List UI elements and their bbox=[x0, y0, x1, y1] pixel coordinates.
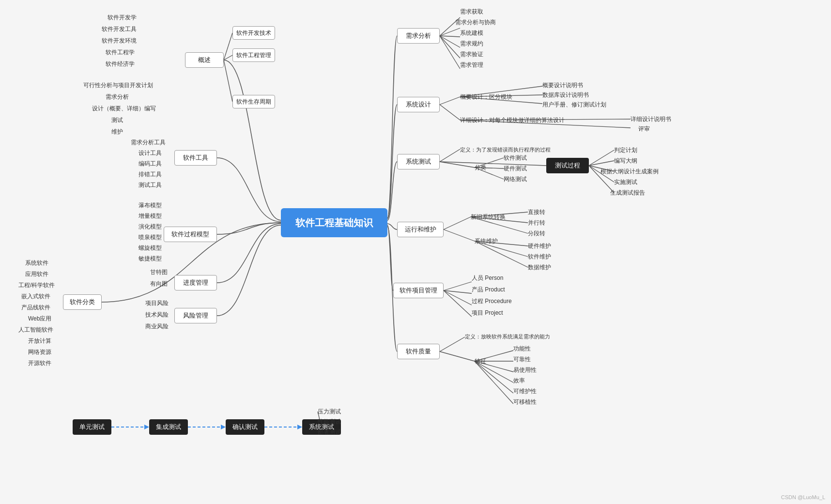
zhiliang-sub3: 易使用性 bbox=[513, 366, 537, 374]
xitong-sheji-label: 系统设计 bbox=[406, 100, 431, 109]
yunxing-node: 运行和维护 bbox=[397, 222, 444, 237]
fenlei-label: 软件分类 bbox=[70, 298, 95, 306]
fenlei-c7: 人工智能软件 bbox=[18, 326, 53, 334]
guocheng-c5: 螺旋模型 bbox=[138, 244, 162, 252]
xitong-ceshi-label: 系统测试 bbox=[406, 157, 431, 166]
jindu-c1: 甘特图 bbox=[150, 268, 168, 276]
fengxian-node: 风险管理 bbox=[174, 308, 217, 323]
svg-marker-48 bbox=[144, 425, 149, 429]
gaishu-c5: 软件经济学 bbox=[106, 60, 135, 68]
guocheng-node: 软件过程模型 bbox=[164, 227, 217, 242]
flow-sub1: 压力测试 bbox=[318, 408, 341, 416]
gaishu-c4: 软件工程学 bbox=[106, 48, 135, 57]
svg-line-27 bbox=[444, 217, 471, 229]
yunxing-c2: 系统维护 bbox=[475, 237, 498, 245]
svg-line-46 bbox=[475, 361, 513, 404]
svg-line-2 bbox=[224, 60, 232, 102]
gaishu-c2: 软件开发工具 bbox=[102, 25, 137, 33]
fenlei-node: 软件分类 bbox=[63, 294, 102, 310]
jindu-c2: 有向图 bbox=[150, 280, 168, 288]
xitong-ceshi-c1: 定义：为了发现错误而执行程序的过程 bbox=[460, 146, 551, 153]
svg-line-5 bbox=[440, 36, 460, 37]
xuqiu-label: 需求分析 bbox=[406, 31, 431, 40]
flow-sub3: 部署测试 bbox=[318, 428, 341, 436]
svg-line-10 bbox=[440, 105, 460, 120]
yunxing-label: 运行和维护 bbox=[405, 225, 436, 234]
fengxian-label: 风险管理 bbox=[183, 311, 208, 320]
ceshi-guocheng-node: 测试过程 bbox=[546, 158, 589, 173]
xiangmu-c4: 项目 Project bbox=[472, 309, 503, 317]
svg-line-40 bbox=[440, 351, 475, 361]
fengxian-c1: 项目风险 bbox=[145, 299, 169, 307]
xitong-sheji-sub1c: 用户手册、修订测试计划 bbox=[542, 101, 606, 109]
svg-line-28 bbox=[444, 229, 475, 241]
fenlei-c10: 开源软件 bbox=[28, 359, 51, 367]
xitong-sheji-c2: 详细设计：对每个模块做详细的算法设计 bbox=[460, 116, 565, 124]
watermark: CSDN @LuoMu_L bbox=[781, 494, 825, 500]
fenlei-c3: 工程/科学软件 bbox=[18, 281, 55, 290]
gaishu-label: 概述 bbox=[198, 56, 211, 64]
zhiliang-label: 软件质量 bbox=[406, 347, 431, 356]
svg-line-39 bbox=[440, 337, 465, 351]
zhiliang-sub4: 效率 bbox=[513, 377, 525, 385]
svg-line-45 bbox=[475, 361, 513, 393]
gongju-c1: 需求分析工具 bbox=[131, 138, 166, 147]
guocheng-c1: 瀑布模型 bbox=[138, 201, 162, 210]
zhiliang-sub6: 可移植性 bbox=[513, 398, 537, 406]
gaishu-c1: 软件开发学 bbox=[108, 14, 137, 22]
fengxian-c3: 商业风险 bbox=[145, 322, 169, 331]
guocheng-label: 软件过程模型 bbox=[171, 230, 209, 239]
ceshi-guo-c5: 生成测试报告 bbox=[610, 189, 645, 197]
xitong-ceshi-sub2: 硬件测试 bbox=[504, 165, 527, 173]
xitong-sheji-sub1a: 概要设计说明书 bbox=[542, 81, 583, 90]
zhiliang-sub2: 可靠性 bbox=[513, 355, 531, 364]
svg-marker-52 bbox=[297, 425, 302, 429]
xuqiu-c3: 系统建模 bbox=[460, 29, 483, 37]
svg-line-7 bbox=[440, 36, 460, 58]
svg-line-6 bbox=[440, 36, 460, 47]
flow-3: 确认测试 bbox=[226, 419, 264, 435]
ceshi-guo-c1: 判定计划 bbox=[614, 146, 637, 154]
xiangmu-node: 软件项目管理 bbox=[393, 283, 444, 298]
gaishu-c6: 可行性分析与项目开发计划 bbox=[83, 81, 153, 90]
gongju-node: 软件工具 bbox=[174, 150, 217, 166]
zhiliang-c2: 特征 bbox=[475, 357, 486, 366]
svg-line-38 bbox=[444, 290, 472, 317]
flow-sub2: 性能测试 bbox=[318, 418, 341, 426]
gaishu-sub3: 软件生存周期 bbox=[232, 95, 275, 108]
svg-line-16 bbox=[440, 149, 460, 162]
xuqiu-c4: 需求规约 bbox=[460, 40, 483, 48]
xiangmu-label: 软件项目管理 bbox=[400, 286, 437, 295]
xiangmu-c3: 过程 Procedure bbox=[472, 297, 512, 305]
yunxing-sub2c: 数据维护 bbox=[528, 263, 551, 272]
xitong-sheji-node: 系统设计 bbox=[397, 97, 440, 112]
svg-line-21 bbox=[440, 162, 546, 166]
gongju-c2: 设计工具 bbox=[138, 149, 162, 157]
guocheng-c6: 敏捷模型 bbox=[138, 255, 162, 263]
gongju-c3: 编码工具 bbox=[138, 160, 162, 168]
xitong-sheji-sub2b: 评审 bbox=[638, 125, 650, 133]
fenlei-c4: 嵌入式软件 bbox=[21, 292, 50, 301]
gongju-c4: 排错工具 bbox=[138, 170, 162, 179]
xitong-ceshi-sub3: 网络测试 bbox=[504, 175, 527, 183]
jindu-node: 进度管理 bbox=[174, 275, 217, 290]
guocheng-c3: 演化模型 bbox=[138, 223, 162, 231]
center-label: 软件工程基础知识 bbox=[295, 216, 373, 229]
jindu-label: 进度管理 bbox=[183, 278, 208, 287]
gaishu-sub2: 软件工程管理 bbox=[232, 48, 275, 62]
xuqiu-c2: 需求分析与协商 bbox=[455, 18, 496, 27]
flow-1: 单元测试 bbox=[73, 419, 111, 435]
yunxing-c1: 新旧系统转换 bbox=[471, 213, 506, 221]
xitong-sheji-sub2a: 详细设计说明书 bbox=[631, 115, 671, 123]
fenlei-c5: 产品线软件 bbox=[21, 304, 50, 312]
xuqiu-node: 需求分析 bbox=[397, 28, 440, 44]
svg-line-4 bbox=[440, 28, 460, 36]
guocheng-c4: 喷泉模型 bbox=[138, 233, 162, 242]
center-node: 软件工程基础知识 bbox=[281, 208, 387, 237]
ceshi-guocheng-label: 测试过程 bbox=[555, 161, 580, 170]
svg-line-8 bbox=[440, 36, 460, 69]
yunxing-sub1b: 并行转 bbox=[528, 219, 545, 227]
fengxian-c2: 技术风险 bbox=[145, 311, 169, 319]
flow-2: 集成测试 bbox=[149, 419, 188, 435]
gaishu-node: 概述 bbox=[185, 52, 224, 68]
